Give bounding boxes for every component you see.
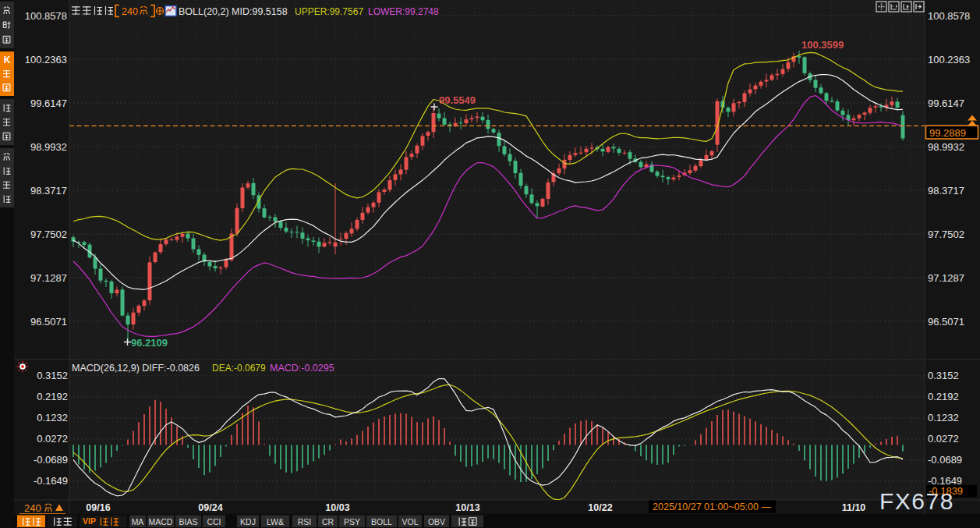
svg-text:98.3717: 98.3717 <box>30 185 67 197</box>
svg-text:MA: MA <box>132 517 144 526</box>
svg-text:OBV: OBV <box>428 517 445 526</box>
svg-text:RSI: RSI <box>298 517 312 526</box>
svg-text:0.1232: 0.1232 <box>37 412 68 423</box>
svg-text:KDJ: KDJ <box>240 517 256 526</box>
svg-text:09/24: 09/24 <box>198 502 222 513</box>
svg-text:2025/10/27 01:00~05:00 —: 2025/10/27 01:00~05:00 — <box>653 501 771 512</box>
svg-text:VIP: VIP <box>83 516 96 526</box>
svg-text:0.0272: 0.0272 <box>37 433 68 445</box>
svg-text:DEA:-0.0679: DEA:-0.0679 <box>212 363 266 374</box>
svg-text:0.3152: 0.3152 <box>37 370 68 381</box>
svg-text:LW&: LW& <box>267 517 284 526</box>
svg-text:09/16: 09/16 <box>86 502 110 513</box>
svg-text:98.9932: 98.9932 <box>30 141 67 153</box>
svg-text:MACD:-0.0295: MACD:-0.0295 <box>270 363 334 374</box>
svg-text:240: 240 <box>122 6 138 17</box>
svg-text:UPPER:99.7567: UPPER:99.7567 <box>295 6 363 17</box>
svg-text:CR: CR <box>322 517 334 526</box>
svg-text:0.0272: 0.0272 <box>928 433 959 445</box>
svg-text:97.1287: 97.1287 <box>928 272 964 284</box>
svg-text:VOL: VOL <box>402 517 418 526</box>
svg-text:10/13: 10/13 <box>455 502 479 513</box>
svg-text:100.3599: 100.3599 <box>801 39 844 51</box>
svg-text:240: 240 <box>24 502 41 514</box>
svg-text:MACD: MACD <box>149 517 173 526</box>
svg-text:BOLL(20,2) MID:99.5158: BOLL(20,2) MID:99.5158 <box>179 6 288 17</box>
svg-text:0.2192: 0.2192 <box>928 391 959 402</box>
svg-text:CCI: CCI <box>207 517 221 526</box>
svg-text:LOWER:99.2748: LOWER:99.2748 <box>368 6 439 17</box>
svg-text:97.7502: 97.7502 <box>928 229 964 240</box>
svg-text:11/10: 11/10 <box>842 502 866 513</box>
svg-text:BIAS: BIAS <box>179 517 198 526</box>
svg-text:100.8578: 100.8578 <box>928 10 970 22</box>
svg-text:10/03: 10/03 <box>325 502 349 513</box>
svg-text:BOLL: BOLL <box>371 517 392 526</box>
svg-text:PSY: PSY <box>344 517 360 526</box>
svg-text:MACD(26,12,9) DIFF:-0.0826: MACD(26,12,9) DIFF:-0.0826 <box>72 363 200 374</box>
svg-text:10/22: 10/22 <box>588 502 612 513</box>
svg-text:0.1232: 0.1232 <box>928 412 959 423</box>
svg-text:99.5549: 99.5549 <box>439 94 476 106</box>
svg-text:99.6147: 99.6147 <box>30 97 67 109</box>
svg-text:98.3717: 98.3717 <box>928 185 964 197</box>
svg-text:99.6147: 99.6147 <box>928 97 964 109</box>
svg-text:98.9932: 98.9932 <box>928 141 964 153</box>
svg-text:97.1287: 97.1287 <box>30 272 67 284</box>
svg-text:99.2889: 99.2889 <box>929 127 966 139</box>
svg-text:96.2109: 96.2109 <box>131 337 168 349</box>
svg-text:97.7502: 97.7502 <box>30 229 67 240</box>
svg-text:96.5071: 96.5071 <box>30 316 67 328</box>
svg-text:0.3152: 0.3152 <box>928 370 959 381</box>
svg-text:0.2192: 0.2192 <box>37 391 68 402</box>
svg-text:K: K <box>4 55 11 66</box>
svg-text:100.8578: 100.8578 <box>25 10 67 22</box>
svg-text:100.2363: 100.2363 <box>25 54 67 66</box>
svg-text:-0.0689: -0.0689 <box>34 454 68 466</box>
svg-text:-0.0689: -0.0689 <box>928 454 962 466</box>
svg-text:96.5071: 96.5071 <box>928 316 964 328</box>
svg-text:100.2363: 100.2363 <box>928 54 970 66</box>
svg-text:-0.1649: -0.1649 <box>34 475 68 487</box>
svg-text:-0.1839: -0.1839 <box>929 485 963 497</box>
